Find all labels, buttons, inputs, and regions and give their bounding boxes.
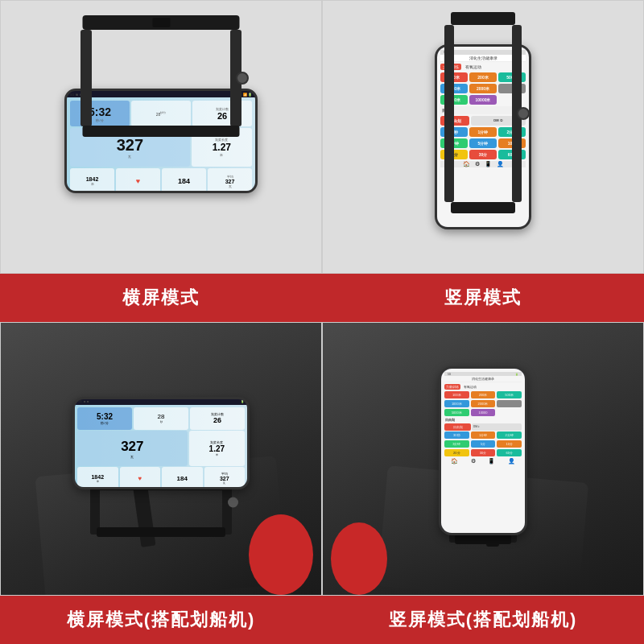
label-landscape-rower-text: 横屏模式(搭配划船机): [67, 608, 256, 632]
heart-value-cell: 184: [162, 168, 206, 193]
power-main-unit: 瓦: [128, 155, 131, 159]
br-bottom-bar: 🏠⚙📱👤: [444, 458, 522, 464]
heart-value: 184: [178, 177, 190, 185]
portrait-rower-display: 5G🔋 消化生活健康录 力量训练 有氧运动 100米 200米 500米 100…: [323, 323, 643, 595]
br-5000m[interactable]: 5000米: [444, 409, 469, 416]
heart-cell: ♥: [116, 168, 160, 193]
ls-screen: 5:32 秒/分 28秒/分 划桨计数 26 327: [67, 97, 255, 193]
portrait-mode-display: 5G🔋 消化生活健康录 力量训练 有氧运动 100米 200米 500米 1: [323, 1, 643, 273]
br-free-btn[interactable]: 目由划: [444, 423, 471, 431]
bl-heart-val: 184: [162, 467, 203, 489]
bl-heart: ♥: [120, 467, 161, 489]
br-10min[interactable]: 10分: [497, 440, 522, 448]
br-tab2[interactable]: 有氧运动: [462, 384, 478, 390]
workout-2000m[interactable]: 2000米: [469, 84, 497, 93]
bl-status-bar: 5G ◾◾🔋: [75, 399, 247, 405]
br-1000m[interactable]: 1000米: [444, 400, 469, 407]
br-10000m[interactable]: 10000: [471, 409, 496, 416]
bl-stroke-count: 划桨计数 26: [190, 407, 245, 431]
avg-power-value: 327: [225, 179, 235, 184]
time-value: 5:32: [89, 105, 111, 118]
br-screen: 5G🔋 消化生活健康录 力量训练 有氧运动 100米 200米 500米 100…: [441, 369, 525, 533]
cell-bottom-right: 5G🔋 消化生活健康录 力量训练 有氧运动 100米 200米 500米 100…: [322, 322, 644, 596]
br-section-free: 目由划: [444, 417, 522, 423]
landscape-mode-display: 5G ◾◾◾ 📶 🔋 5:32 秒/分 28秒/分 划桨计: [1, 1, 321, 273]
br-60min[interactable]: 60分: [497, 449, 522, 456]
br-empty: [497, 400, 522, 407]
br-tab1[interactable]: 力量训练: [444, 384, 460, 390]
cell-top-left: 5G ◾◾◾ 📶 🔋 5:32 秒/分 28秒/分 划桨计: [0, 0, 322, 274]
label-portrait-rower-text: 竖屏模式(搭配划船机): [389, 608, 578, 632]
workout-1min[interactable]: 1分钟: [469, 127, 497, 137]
workout-5min[interactable]: 5分钟: [469, 138, 497, 148]
avg-power-cell: 平均 327 瓦: [208, 168, 252, 193]
workout-10000m[interactable]: 10000米: [469, 95, 497, 105]
tab-cardio[interactable]: 有氧运动: [463, 64, 484, 70]
phone-portrait-bottom: 5G🔋 消化生活健康录 力量训练 有氧运动 100米 200米 500米 100…: [439, 366, 527, 535]
br-2min[interactable]: 2分钟: [497, 431, 522, 439]
br-200m[interactable]: 200米: [471, 391, 496, 398]
cell-top-right: 5G🔋 消化生活健康录 力量训练 有氧运动 100米 200米 500米 1: [322, 0, 644, 274]
bl-avg: 平均 327 瓦: [204, 467, 246, 489]
bl-dist: 1842 米: [77, 467, 118, 489]
distance-value: 1842: [86, 176, 99, 182]
time-unit: 秒/分: [96, 118, 103, 122]
phone-landscape-bottom: 5G ◾◾🔋 5:32 秒/分 28秒 划桨计数 26: [72, 397, 250, 489]
br-3min[interactable]: 3分钟: [444, 440, 469, 448]
br-1min[interactable]: 1分钟: [471, 431, 496, 439]
bl-pace: 28秒: [134, 407, 188, 431]
time-cell: 5:32 秒/分: [70, 101, 130, 126]
br-20min[interactable]: 20分: [444, 449, 469, 456]
br-500m[interactable]: 500米: [497, 391, 522, 398]
br-30min[interactable]: 30分: [471, 449, 496, 456]
workout-200m[interactable]: 200米: [469, 72, 497, 82]
phone-status-bar: 5G ◾◾◾ 📶 🔋: [67, 91, 255, 97]
br-2000m[interactable]: 2000米: [471, 400, 496, 407]
label-portrait-rower: 竖屏模式(搭配划船机): [322, 596, 644, 644]
stroke-count-cell: 划桨计数 26: [192, 101, 252, 126]
br-free-desc: DM ①: [472, 423, 522, 431]
label-portrait-text: 竖屏模式: [444, 286, 522, 310]
distance-cell: 1842 米: [70, 168, 114, 193]
br-30s[interactable]: 30秒: [444, 431, 469, 439]
bl-time: 5:32 秒/分: [77, 407, 132, 431]
br-100m[interactable]: 100米: [444, 391, 469, 398]
br-time-grid: 30秒 1分钟 2分钟 3分钟 5分 10分 20分 30分 60分: [444, 431, 522, 456]
label-portrait: 竖屏模式: [322, 274, 644, 322]
br-workout-grid: 100米 200米 500米 1000米 2000米 5000米 10000: [444, 391, 522, 416]
br-free-row: 目由划 DM ①: [444, 423, 522, 431]
label-landscape-text: 横屏模式: [122, 286, 200, 310]
power-main-value: 327: [117, 136, 143, 155]
stroke-count-value: 26: [217, 111, 227, 121]
bl-screen: 5:32 秒/分 28秒 划桨计数 26 327: [75, 405, 247, 489]
stroke-length-value: 1.27: [213, 142, 231, 153]
br-5min[interactable]: 5分: [471, 440, 496, 448]
main-grid: 5G ◾◾◾ 📶 🔋 5:32 秒/分 28秒/分 划桨计: [0, 0, 644, 644]
bl-stroke-len: 划桨长度 1.27 米: [189, 431, 245, 465]
power-label-cell: 28秒/分: [131, 101, 191, 126]
cell-bottom-left: 5G ◾◾🔋 5:32 秒/分 28秒 划桨计数 26: [0, 322, 322, 596]
landscape-rower-display: 5G ◾◾🔋 5:32 秒/分 28秒 划桨计数 26: [1, 323, 321, 595]
workout-30min[interactable]: 30分: [469, 150, 497, 159]
bl-power: 327 瓦: [77, 431, 188, 465]
heart-icon: ♥: [136, 177, 140, 185]
br-header: 消化生活健康录: [444, 376, 522, 382]
br-tabs: 力量训练 有氧运动: [444, 384, 522, 390]
label-landscape: 横屏模式: [0, 274, 322, 322]
phone-landscape-top: 5G ◾◾◾ 📶 🔋 5:32 秒/分 28秒/分 划桨计: [64, 89, 258, 193]
label-landscape-rower: 横屏模式(搭配划船机): [0, 596, 322, 644]
